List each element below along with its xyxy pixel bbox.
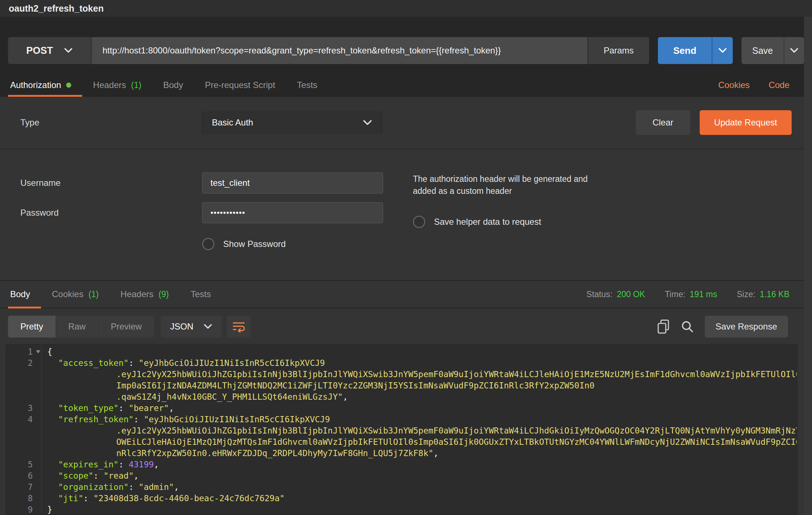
token-punct: ,: [174, 482, 179, 492]
response-tabs-row: BodyCookies(1)Headers(9)Tests Status:200…: [0, 281, 812, 308]
token-key: "scope": [58, 471, 93, 480]
response-tab-body[interactable]: Body: [8, 281, 41, 308]
method-label: POST: [26, 45, 53, 56]
response-tab-cookies[interactable]: Cookies(1): [41, 281, 110, 308]
request-tabs-row: AuthorizationHeaders(1)BodyPre-request S…: [0, 74, 812, 97]
token-punct: ,: [134, 471, 139, 480]
meta-value: 191 ms: [690, 290, 717, 299]
save-button[interactable]: Save: [741, 37, 784, 64]
update-request-button[interactable]: Update Request: [700, 110, 792, 135]
username-row: Username: [20, 172, 413, 193]
code-line: 1{: [7, 346, 797, 358]
line-number[interactable]: 6: [7, 470, 41, 482]
code-line: 6"scope": "read",: [7, 470, 797, 482]
request-tab-headers[interactable]: Headers(1): [82, 74, 152, 96]
line-number[interactable]: 3: [7, 403, 41, 414]
request-bar: POST Params Send Save: [8, 37, 804, 64]
code-text: }: [41, 504, 52, 515]
response-body-viewer[interactable]: 1{2"access_token": "eyJhbGciOiJIUzI1NiIs…: [6, 344, 797, 515]
token-punct: :: [83, 494, 93, 503]
line-number[interactable]: 5: [7, 459, 41, 470]
request-tab-authorization[interactable]: Authorization: [8, 74, 82, 96]
token-string: .qawS1Z4j_h4vNx10GBC_Y_PHM1LLSQt64eniWLG…: [116, 392, 343, 402]
clear-button[interactable]: Clear: [636, 110, 690, 135]
save-options-button[interactable]: [784, 37, 804, 64]
username-label: Username: [20, 178, 202, 188]
password-field[interactable]: [202, 202, 383, 223]
save-helper-row: Save helper data to request: [413, 216, 792, 228]
save-button-group: Save: [741, 37, 804, 64]
show-password-label: Show Password: [223, 239, 286, 249]
code-text: nRlc3RfY2xpZW50In0.eHRWxFZDJDq_2RDPL4Dhy…: [41, 448, 438, 459]
format-dropdown[interactable]: JSON: [161, 316, 222, 338]
url-input[interactable]: [92, 37, 587, 64]
line-number[interactable]: 9: [7, 504, 41, 515]
gutter-divider: [41, 345, 42, 514]
line-number[interactable]: 7: [7, 482, 41, 493]
line-number[interactable]: 8: [7, 493, 41, 504]
line-number[interactable]: [7, 425, 41, 436]
line-number[interactable]: [7, 436, 41, 448]
request-tab-tests[interactable]: Tests: [286, 74, 328, 96]
chevron-down-icon: [718, 48, 727, 53]
send-options-button[interactable]: [712, 37, 733, 64]
credentials-section: Username Password Show Password The auth…: [0, 149, 812, 280]
tab-label: Tests: [297, 80, 317, 90]
code-text: "jti": "23408d38-8cdc-4460-beac-24c76dc7…: [41, 493, 285, 504]
token-key: "jti": [58, 494, 83, 503]
chevron-down-icon: [363, 120, 372, 125]
line-number[interactable]: [7, 369, 41, 380]
code-line: nRlc3RfY2xpZW50In0.eHRWxFZDJDq_2RDPL4Dhy…: [7, 448, 797, 459]
code-text: "organization": "admin",: [41, 482, 179, 493]
token-punct: :: [129, 358, 139, 368]
auth-type-dropdown[interactable]: Basic Auth: [202, 112, 382, 133]
scrollbar[interactable]: [804, 17, 812, 515]
code-line: Imp0aSI6IjIzNDA4ZDM4LThjZGMtNDQ2MC1iZWFj…: [7, 380, 797, 391]
username-field[interactable]: [202, 172, 383, 193]
fold-caret-icon[interactable]: [36, 350, 40, 354]
line-number[interactable]: 1: [7, 346, 41, 358]
show-password-checkbox[interactable]: [202, 238, 214, 250]
send-button[interactable]: Send: [658, 37, 712, 64]
line-number[interactable]: 4: [7, 414, 41, 425]
request-tab-title: oauth2_refresh_token: [9, 3, 104, 14]
save-response-button[interactable]: Save Response: [705, 316, 788, 338]
token-string: .eyJ1c2VyX25hbWUiOiJhZG1pbiIsInNjb3BlIjp…: [116, 370, 797, 379]
response-tab-headers[interactable]: Headers(9): [110, 281, 180, 308]
view-mode-preview[interactable]: Preview: [98, 316, 154, 338]
response-toolbar: PrettyRawPreview JSON: [0, 308, 812, 344]
format-value: JSON: [170, 322, 193, 332]
authorization-panel: Type Basic Auth Clear Update Request Use…: [0, 97, 812, 280]
request-tab-pre-request-script[interactable]: Pre-request Script: [194, 74, 286, 96]
word-wrap-button[interactable]: [227, 316, 251, 338]
chevron-down-icon: [64, 48, 73, 53]
method-dropdown[interactable]: POST: [8, 37, 92, 64]
params-button[interactable]: Params: [587, 37, 649, 64]
token-punct: :: [134, 415, 144, 424]
code-text: "access_token": "eyJhbGciOiJIUzI1NiIsInR…: [41, 358, 325, 369]
response-meta-item: Size:1.16 KB: [737, 290, 789, 299]
response-tab-tests[interactable]: Tests: [180, 281, 222, 308]
save-helper-label: Save helper data to request: [434, 217, 541, 227]
copy-button[interactable]: [657, 319, 670, 334]
line-number[interactable]: [7, 448, 41, 459]
request-tab-body[interactable]: Body: [152, 74, 194, 96]
save-helper-checkbox[interactable]: [413, 216, 425, 228]
titlebar: oauth2_refresh_token: [0, 0, 812, 17]
code-link[interactable]: Code: [769, 80, 789, 90]
code-text: .eyJ1c2VyX25hbWUiOiJhZG1pbiIsInNjb3BlIjp…: [41, 425, 797, 436]
code-text: "expires_in": 43199,: [41, 459, 159, 470]
line-number[interactable]: [7, 380, 41, 391]
line-number[interactable]: 2: [7, 358, 41, 369]
view-mode-raw[interactable]: Raw: [56, 316, 98, 338]
tab-label: Body: [10, 289, 30, 299]
tab-label: Tests: [190, 289, 211, 299]
search-button[interactable]: [681, 320, 694, 333]
token-number: 43199: [129, 460, 154, 469]
tab-count: (1): [88, 290, 99, 299]
cookies-link[interactable]: Cookies: [718, 80, 750, 90]
code-text: .qawS1Z4j_h4vNx10GBC_Y_PHM1LLSQt64eniWLG…: [41, 391, 348, 403]
token-key: "organization": [58, 482, 129, 492]
line-number[interactable]: [7, 391, 41, 403]
view-mode-pretty[interactable]: Pretty: [8, 316, 56, 338]
